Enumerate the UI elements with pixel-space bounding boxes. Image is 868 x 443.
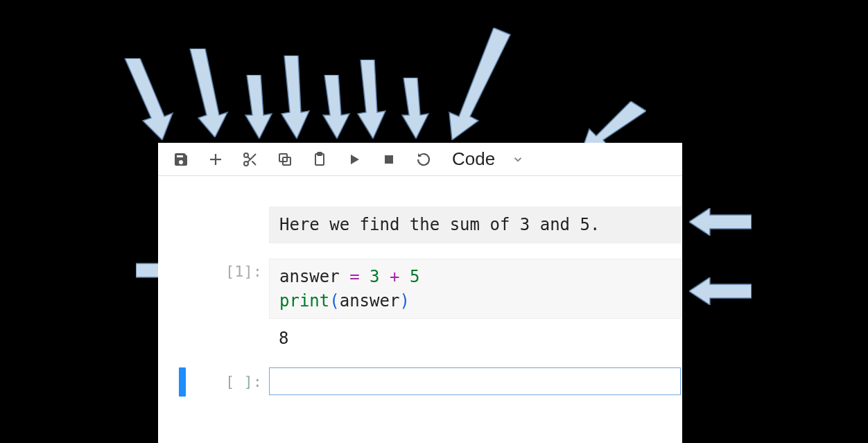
play-icon xyxy=(346,151,363,168)
stop-button[interactable] xyxy=(372,143,406,176)
annotation-arrow-paste xyxy=(320,75,351,139)
cell-type-label: Code xyxy=(452,148,495,170)
svg-marker-7 xyxy=(449,28,510,140)
annotation-arrow-restart xyxy=(444,28,520,140)
svg-point-15 xyxy=(244,153,248,157)
code-cell-empty[interactable]: [ ]: xyxy=(158,355,682,397)
copy-button[interactable] xyxy=(268,143,302,176)
svg-marker-6 xyxy=(402,78,428,139)
notebook-toolbar: Code xyxy=(158,143,682,176)
active-cell-indicator xyxy=(179,367,186,397)
code-cell-1[interactable]: [1]: answer = 3 + 5print(answer) xyxy=(158,256,682,322)
code-cell-1-prompt: [1]: xyxy=(158,259,269,280)
annotation-arrow-run xyxy=(355,60,388,139)
output-text: 8 xyxy=(269,324,682,352)
annotation-arrow-stop xyxy=(399,78,430,139)
svg-marker-9 xyxy=(689,208,752,236)
code-cell-1-content[interactable]: answer = 3 + 5print(answer) xyxy=(269,259,681,320)
markdown-content: Here we find the sum of 3 and 5. xyxy=(269,207,681,243)
svg-rect-25 xyxy=(385,155,393,164)
svg-line-19 xyxy=(248,157,250,159)
save-button[interactable] xyxy=(164,143,198,176)
save-icon xyxy=(173,151,189,168)
svg-marker-10 xyxy=(689,277,752,305)
svg-marker-24 xyxy=(351,155,359,164)
plus-icon xyxy=(207,151,224,168)
cut-button[interactable] xyxy=(233,143,268,176)
restart-button[interactable] xyxy=(406,143,441,176)
code-cell-1-output: 8 xyxy=(158,322,682,355)
svg-rect-23 xyxy=(318,153,322,155)
svg-marker-2 xyxy=(245,75,272,139)
chevron-down-icon xyxy=(512,153,524,166)
annotation-arrow-copy xyxy=(279,55,312,139)
markdown-cell[interactable]: Here we find the sum of 3 and 5. xyxy=(158,204,682,246)
cell-type-select[interactable]: Code xyxy=(446,148,530,170)
stop-icon xyxy=(381,151,397,168)
copy-icon xyxy=(277,151,293,168)
annotation-arrow-cut xyxy=(243,75,273,139)
run-button[interactable] xyxy=(337,143,372,176)
paste-button[interactable] xyxy=(302,143,337,176)
svg-point-16 xyxy=(244,162,248,166)
annotation-arrow-code-cell xyxy=(689,277,752,305)
svg-marker-3 xyxy=(281,55,309,139)
annotation-arrow-add xyxy=(189,49,230,137)
svg-marker-1 xyxy=(190,49,227,137)
markdown-prompt xyxy=(158,207,269,211)
svg-line-18 xyxy=(252,161,256,165)
annotation-arrow-save xyxy=(122,58,177,140)
output-prompt xyxy=(158,324,269,329)
svg-marker-4 xyxy=(323,75,349,139)
svg-marker-0 xyxy=(125,58,173,140)
notebook-panel: Code Here we find the sum of 3 and 5. [1… xyxy=(158,143,682,443)
empty-cell-prompt: [ ]: xyxy=(197,367,269,390)
scissors-icon xyxy=(242,151,259,168)
notebook-body: Here we find the sum of 3 and 5. [1]: an… xyxy=(158,176,682,397)
empty-cell-input[interactable] xyxy=(269,367,681,395)
restart-icon xyxy=(415,151,432,168)
svg-marker-5 xyxy=(358,60,385,139)
clipboard-icon xyxy=(311,151,328,168)
annotation-arrow-markdown-cell xyxy=(689,208,752,236)
add-cell-button[interactable] xyxy=(198,143,233,176)
